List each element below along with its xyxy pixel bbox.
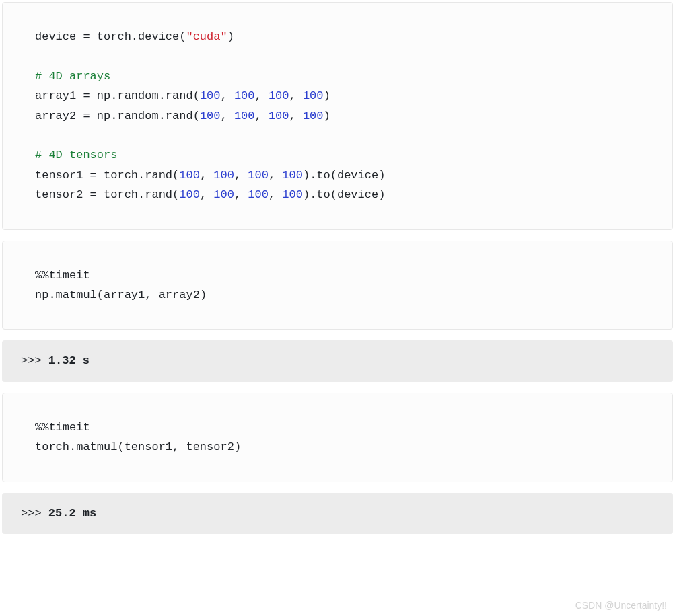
code-text: tensor2 bbox=[35, 188, 83, 201]
code-text: ) bbox=[324, 110, 330, 122]
code-comment: # 4D tensors bbox=[35, 149, 117, 161]
output-result: 25.2 ms bbox=[48, 507, 96, 520]
code-text: , bbox=[200, 169, 213, 182]
code-comment: # 4D arrays bbox=[35, 70, 110, 83]
code-text: 100 bbox=[200, 110, 221, 122]
code-text: 100 bbox=[248, 188, 269, 201]
code-block-setup: device = torch.device("cuda") # 4D array… bbox=[2, 2, 673, 230]
code-text: matmul bbox=[76, 440, 117, 453]
code-text: %%timeit bbox=[35, 421, 90, 434]
code-text: ( bbox=[172, 169, 179, 182]
code-text: , bbox=[220, 110, 234, 122]
code-text: 100 bbox=[269, 89, 289, 102]
code-block-numpy-timeit: %%timeit np.matmul(array1, array2) bbox=[2, 241, 673, 330]
code-text: ( bbox=[193, 89, 200, 102]
code-text: , bbox=[269, 188, 282, 201]
code-text: ) bbox=[227, 30, 234, 43]
code-text: random bbox=[117, 89, 158, 102]
code-text: rand bbox=[145, 169, 172, 182]
code-text: 100 bbox=[269, 110, 289, 122]
code-text: device bbox=[337, 169, 378, 182]
code-text: torch bbox=[97, 30, 131, 43]
code-text: device bbox=[138, 30, 179, 43]
code-text: . bbox=[138, 188, 145, 201]
code-text: ( bbox=[172, 188, 179, 201]
code-text: , bbox=[145, 288, 158, 301]
code-text: device bbox=[35, 30, 76, 43]
code-text: , bbox=[269, 169, 282, 182]
code-text: tensor1 bbox=[125, 440, 172, 453]
code-text: ( bbox=[97, 288, 104, 301]
code-text: ) bbox=[378, 188, 385, 201]
code-text: to bbox=[316, 169, 330, 182]
code-text: "cuda" bbox=[186, 30, 227, 43]
code-text: ( bbox=[117, 440, 124, 453]
output-block-torch: >>> 25.2 ms bbox=[2, 493, 673, 534]
code-text: , bbox=[234, 188, 248, 201]
code-text: . bbox=[110, 89, 117, 102]
code-text: = bbox=[83, 188, 104, 201]
code-text: tensor2 bbox=[186, 440, 234, 453]
code-text: 100 bbox=[200, 89, 221, 102]
output-result: 1.32 s bbox=[48, 354, 90, 367]
code-text: . bbox=[69, 440, 76, 453]
code-text: = bbox=[76, 110, 97, 122]
code-text: ( bbox=[330, 188, 337, 201]
code-text: np bbox=[35, 288, 48, 301]
code-text: np bbox=[97, 89, 110, 102]
code-text: = bbox=[76, 89, 97, 102]
code-text: , bbox=[289, 110, 303, 122]
code-text: ( bbox=[193, 110, 200, 122]
code-text: ) bbox=[303, 188, 310, 201]
code-text: ( bbox=[179, 30, 186, 43]
code-text: 100 bbox=[282, 169, 303, 182]
output-prompt: >>> bbox=[21, 507, 48, 520]
code-text: . bbox=[48, 288, 55, 301]
code-text: . bbox=[131, 30, 138, 43]
code-text: . bbox=[310, 169, 316, 182]
code-text: , bbox=[255, 89, 269, 102]
code-text: ) bbox=[303, 169, 310, 182]
code-text: , bbox=[234, 169, 248, 182]
code-text: 100 bbox=[282, 188, 303, 201]
code-block-torch-timeit: %%timeit torch.matmul(tensor1, tensor2) bbox=[2, 393, 673, 482]
code-text: 100 bbox=[179, 188, 200, 201]
code-text: 100 bbox=[179, 169, 200, 182]
code-text: ) bbox=[234, 440, 241, 453]
code-text: 100 bbox=[248, 169, 269, 182]
code-text: array2 bbox=[35, 110, 76, 122]
code-text: %%timeit bbox=[35, 269, 90, 282]
code-text: random bbox=[117, 110, 158, 122]
code-text: ) bbox=[378, 169, 385, 182]
code-text: device bbox=[337, 188, 378, 201]
code-text: torch bbox=[104, 169, 138, 182]
code-text: , bbox=[289, 89, 303, 102]
code-text: rand bbox=[166, 89, 193, 102]
code-text: = bbox=[83, 169, 104, 182]
code-text: array1 bbox=[104, 288, 145, 301]
output-prompt: >>> bbox=[21, 354, 48, 367]
code-text: 100 bbox=[213, 169, 234, 182]
code-text: 100 bbox=[213, 188, 234, 201]
code-text: , bbox=[200, 188, 213, 201]
code-text: torch bbox=[104, 188, 138, 201]
code-text: , bbox=[220, 89, 234, 102]
code-text: . bbox=[310, 188, 316, 201]
code-text: rand bbox=[166, 110, 193, 122]
code-text: to bbox=[316, 188, 330, 201]
code-text: array1 bbox=[35, 89, 76, 102]
code-text: array2 bbox=[159, 288, 200, 301]
output-block-numpy: >>> 1.32 s bbox=[2, 340, 673, 381]
code-text: 100 bbox=[234, 89, 255, 102]
code-text: . bbox=[159, 110, 166, 122]
code-text: torch bbox=[35, 440, 69, 453]
code-text: . bbox=[110, 110, 117, 122]
code-text: 100 bbox=[303, 89, 324, 102]
code-text: ( bbox=[330, 169, 337, 182]
code-text: . bbox=[138, 169, 145, 182]
code-text: np bbox=[97, 110, 110, 122]
code-text: ) bbox=[200, 288, 207, 301]
code-text: , bbox=[172, 440, 186, 453]
code-text: , bbox=[255, 110, 269, 122]
code-text: tensor1 bbox=[35, 169, 83, 182]
